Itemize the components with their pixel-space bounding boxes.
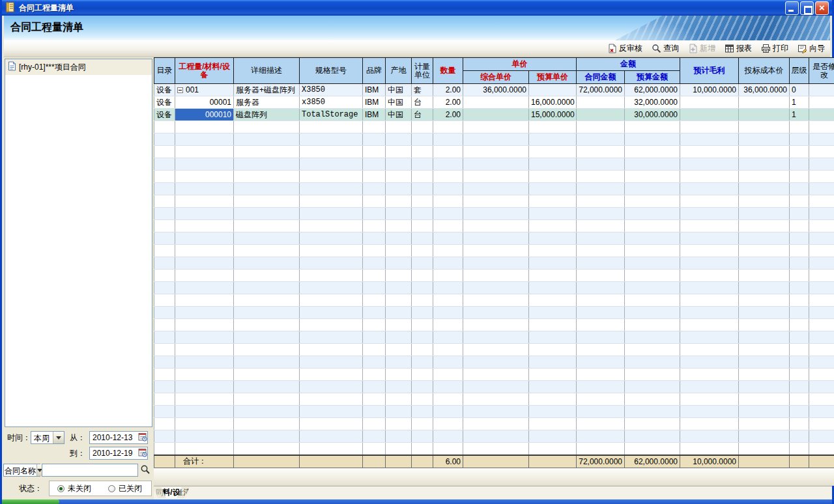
col-qty[interactable]: 数量 — [433, 58, 463, 84]
search-icon — [140, 464, 151, 477]
contract-tree-item[interactable]: [rhy-01]***项目合同 — [5, 59, 152, 75]
table-row-empty[interactable] — [154, 418, 834, 430]
table-row-empty[interactable] — [154, 121, 834, 133]
taskbar[interactable] — [2, 499, 832, 504]
report-button[interactable]: 报表 — [725, 43, 752, 54]
col-description[interactable]: 详细描述 — [234, 58, 300, 84]
table-row-empty[interactable] — [154, 282, 834, 294]
radio-icon — [57, 485, 65, 492]
restore-button[interactable] — [800, 1, 814, 15]
printer-icon — [761, 44, 771, 53]
table-row-empty[interactable] — [154, 183, 834, 195]
revoke-audit-button[interactable]: 反审核 — [607, 43, 642, 54]
table-row-empty[interactable] — [154, 369, 834, 381]
calendar-icon[interactable] — [138, 432, 147, 443]
table-row-empty[interactable] — [154, 220, 834, 232]
table-row-empty[interactable] — [154, 232, 834, 245]
contract-tree-panel: [rhy-01]***项目合同 — [5, 59, 152, 427]
status-label: 状态： — [19, 483, 42, 494]
status-radio-group: 未关闭 已关闭 — [49, 481, 152, 496]
col-budget-amount[interactable]: 预算金额 — [625, 71, 680, 84]
revoke-audit-icon — [607, 44, 617, 53]
table-row-empty[interactable] — [154, 158, 834, 171]
col-group-amount[interactable]: 金额 — [577, 58, 680, 71]
table-header: 目录 工程量/材料/设备 详细描述 规格型号 品牌 产地 计量单位 数量 单价 … — [154, 58, 834, 84]
table-row-empty[interactable] — [154, 294, 834, 307]
print-button[interactable]: 打印 — [761, 43, 788, 54]
radio-closed[interactable]: 已关闭 — [108, 483, 142, 494]
col-comprehensive-price[interactable]: 综合单价 — [463, 71, 529, 84]
radio-not-closed[interactable]: 未关闭 — [57, 483, 91, 494]
from-date-field[interactable]: 2010-12-13 — [89, 431, 148, 444]
titlebar: 合同工程量清单 — [2, 0, 832, 16]
table-row-empty[interactable] — [154, 331, 834, 344]
table-row-empty[interactable] — [154, 381, 834, 393]
col-bid-cost[interactable]: 投标成本价 — [739, 58, 790, 84]
table-row-empty[interactable] — [154, 195, 834, 208]
minimize-button[interactable] — [785, 1, 799, 15]
table-row-empty[interactable] — [154, 356, 834, 369]
sidebar-search-button[interactable] — [140, 464, 151, 477]
document-icon — [8, 61, 16, 73]
contract-tree-item-label: [rhy-01]***项目合同 — [19, 62, 86, 73]
to-date-field[interactable]: 2010-12-19 — [89, 447, 148, 460]
wizard-icon — [798, 44, 807, 53]
from-date-value: 2010-12-13 — [90, 433, 138, 442]
col-modified[interactable]: 是否修改 — [809, 58, 834, 84]
table-row-empty[interactable] — [154, 406, 834, 418]
to-date-value: 2010-12-19 — [90, 449, 138, 458]
col-budget-price[interactable]: 预算单价 — [529, 71, 577, 84]
time-range-select[interactable]: 本周 — [31, 431, 65, 444]
table-row-empty[interactable] — [154, 430, 834, 443]
table-row-empty[interactable] — [154, 146, 834, 158]
table-row-empty[interactable] — [154, 319, 834, 331]
table-row[interactable]: 设备000010磁盘阵列TotalStorage DS3IBM中国台2.0015… — [154, 109, 834, 121]
wizard-button[interactable]: 向导 — [798, 43, 825, 54]
table-row-empty[interactable] — [154, 171, 834, 183]
radio-icon — [108, 485, 115, 492]
close-button[interactable] — [815, 1, 829, 15]
table-row[interactable]: 设备00001服务器x3850IBM中国台2.0016,000.000032,0… — [154, 96, 834, 109]
col-catalog[interactable]: 目录 — [154, 58, 175, 84]
start-button[interactable] — [2, 499, 59, 504]
col-level[interactable]: 层级 — [790, 58, 809, 84]
search-icon — [652, 44, 661, 53]
tree-collapse-icon[interactable] — [177, 87, 183, 93]
toolbar: 反审核 查询 新增 — [4, 40, 830, 57]
table-row[interactable]: 设备001服务器+磁盘阵列X3850IBM中国套2.0036,000.00007… — [154, 84, 834, 96]
table-row-empty[interactable] — [154, 245, 834, 257]
keyboard-decoration-image — [615, 16, 830, 40]
app-window: 合同工程量清单 合同工程量清单 反审核 — [0, 0, 834, 504]
table-row-empty[interactable] — [154, 443, 834, 455]
col-contract-amount[interactable]: 合同金额 — [577, 71, 625, 84]
name-filter-select[interactable]: 合同名称 — [3, 464, 40, 477]
report-icon — [725, 44, 734, 53]
table-row-empty[interactable] — [154, 257, 834, 270]
add-doc-icon — [688, 44, 698, 53]
calendar-icon[interactable] — [138, 448, 147, 459]
col-group-unit-price[interactable]: 单价 — [463, 58, 577, 71]
table-footer: 合计：6.0072,000.000062,000.000010,000.0000 — [154, 455, 834, 468]
query-button[interactable]: 查询 — [652, 43, 679, 54]
col-expected-profit[interactable]: 预计毛利 — [680, 58, 739, 84]
add-button[interactable]: 新增 — [688, 43, 715, 54]
col-unit[interactable]: 计量单位 — [412, 58, 433, 84]
col-brand[interactable]: 品牌 — [363, 58, 386, 84]
chevron-down-icon[interactable] — [53, 432, 64, 443]
to-label: 到： — [70, 448, 85, 459]
table-row-empty[interactable] — [154, 270, 834, 282]
table-row-empty[interactable] — [154, 344, 834, 356]
table-row-empty[interactable] — [154, 307, 834, 319]
filter-panel: 时间： 本周 从： 2010-12-13 到： — [2, 428, 153, 500]
table-row-empty[interactable] — [154, 133, 834, 146]
col-item-code[interactable]: 工程量/材料/设备 — [175, 58, 234, 84]
contract-search-input[interactable] — [42, 464, 138, 477]
table-row-empty[interactable] — [154, 393, 834, 406]
col-origin[interactable]: 产地 — [386, 58, 412, 84]
table-row-empty[interactable] — [154, 208, 834, 220]
below-grid-gap — [154, 468, 834, 486]
bottom-tabstrip: 工程量清单 材料/设备 协同办公 — [154, 486, 832, 499]
app-icon — [5, 2, 16, 14]
quantity-list-table: 目录 工程量/材料/设备 详细描述 规格型号 品牌 产地 计量单位 数量 单价 … — [154, 57, 834, 468]
col-spec[interactable]: 规格型号 — [300, 58, 363, 84]
